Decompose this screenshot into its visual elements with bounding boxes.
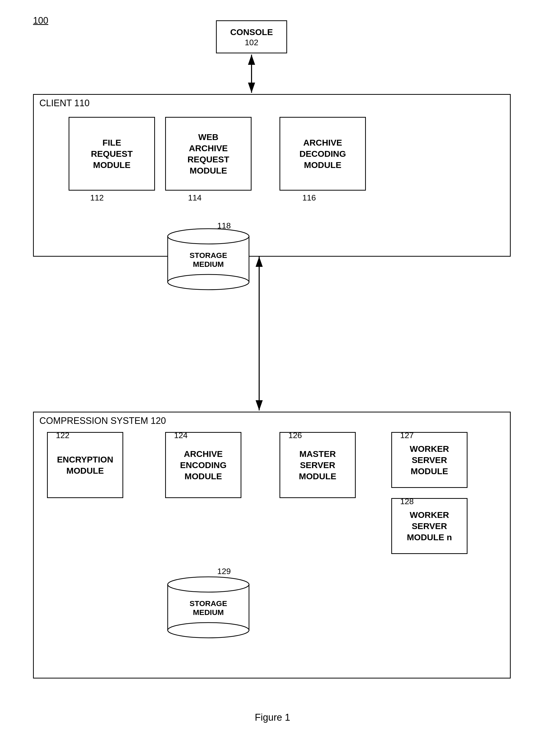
figure-caption: Figure 1 (255, 712, 290, 723)
encryption-label: ENCRYPTIONMODULE (57, 454, 113, 476)
worker-server-2-ref: 128 (400, 497, 414, 506)
archive-decoding-module: ARCHIVEDECODINGMODULE (279, 117, 366, 191)
compression-label: COMPRESSION SYSTEM 120 (39, 415, 166, 426)
encryption-module: ENCRYPTIONMODULE (47, 432, 123, 498)
console-ref: 102 (245, 38, 258, 47)
master-server-module: MASTERSERVERMODULE (279, 432, 356, 498)
worker-server-1-label: WORKERSERVERMODULE (410, 443, 449, 477)
worker-server-1-module: WORKERSERVERMODULE (391, 432, 468, 488)
svg-text:STORAGE: STORAGE (190, 251, 227, 259)
worker-server-2-label: WORKERSERVERMODULE n (407, 509, 452, 543)
svg-point-16 (168, 229, 249, 244)
console-box: CONSOLE 102 (216, 20, 287, 53)
console-label: CONSOLE (230, 26, 273, 38)
archive-decoding-ref: 116 (302, 193, 316, 203)
worker-server-2-module: WORKERSERVERMODULE n (391, 498, 468, 554)
svg-point-21 (168, 577, 249, 592)
web-archive-request-module: WEBARCHIVEREQUESTMODULE (165, 117, 252, 191)
svg-text:MEDIUM: MEDIUM (193, 608, 224, 616)
compression-storage-cylinder: STORAGE MEDIUM (163, 574, 254, 640)
master-server-label: MASTERSERVERMODULE (299, 448, 336, 482)
web-archive-label: WEBARCHIVEREQUESTMODULE (188, 131, 229, 176)
client-label: CLIENT 110 (39, 98, 89, 109)
archive-encoding-label: ARCHIVEENCODINGMODULE (180, 448, 226, 482)
web-archive-ref: 114 (188, 193, 201, 203)
archive-encoding-ref: 124 (174, 431, 188, 440)
encryption-ref: 122 (56, 431, 69, 440)
file-request-module: FILEREQUESTMODULE (69, 117, 155, 191)
worker-server-1-ref: 127 (400, 431, 414, 440)
svg-point-22 (168, 623, 249, 638)
master-server-ref: 126 (288, 431, 302, 440)
archive-decoding-label: ARCHIVEDECODINGMODULE (299, 137, 346, 171)
svg-text:STORAGE: STORAGE (190, 599, 227, 608)
diagram: 100 CONSOLE 102 CLIENT 110 FILEREQUESTMO… (0, 0, 545, 737)
client-storage-cylinder: STORAGE MEDIUM (163, 226, 254, 292)
svg-point-17 (168, 274, 249, 290)
file-request-label: FILEREQUESTMODULE (91, 137, 133, 171)
archive-encoding-module: ARCHIVEENCODINGMODULE (165, 432, 241, 498)
svg-text:MEDIUM: MEDIUM (193, 260, 224, 268)
file-request-ref: 112 (90, 193, 104, 203)
ref-number-100: 100 (33, 15, 48, 26)
